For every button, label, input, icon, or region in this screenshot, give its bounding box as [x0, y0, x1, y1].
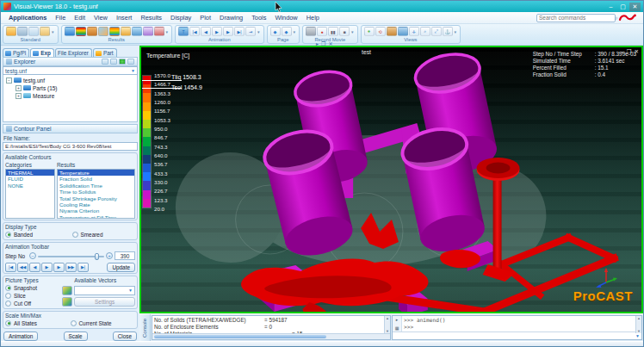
record-overflow-icon[interactable]: ▾: [351, 29, 354, 34]
export-anim-icon[interactable]: ⇥: [245, 27, 256, 36]
menu-edit[interactable]: Edit: [70, 14, 90, 22]
stop-icon[interactable]: ■: [339, 27, 350, 36]
go-first-button[interactable]: |◀: [5, 263, 16, 272]
next-page-icon[interactable]: ◆: [282, 27, 292, 36]
result-item[interactable]: Cooling Rate: [58, 201, 134, 208]
zoom-box-icon[interactable]: ⤢: [431, 27, 442, 36]
record-icon[interactable]: ●: [317, 27, 327, 36]
category-item[interactable]: FLUID: [6, 176, 54, 182]
graphics-viewport[interactable]: test Temperature [C] – ❐ ✕: [139, 46, 643, 313]
pin-icon[interactable]: ▸: [316, 40, 319, 46]
radio-current-state[interactable]: Current State: [71, 319, 136, 327]
menu-view[interactable]: View: [90, 14, 112, 22]
step-value-field[interactable]: 390: [115, 251, 135, 260]
slider-thumb[interactable]: [95, 253, 99, 260]
result-item[interactable]: Solidification Time: [58, 183, 134, 189]
filter-icon[interactable]: [154, 27, 164, 36]
move-icon[interactable]: ✛: [409, 27, 419, 36]
contour-icon[interactable]: [76, 27, 86, 36]
step-increment-button[interactable]: +: [106, 252, 113, 259]
prev-page-icon[interactable]: ◆: [270, 27, 281, 36]
menu-help[interactable]: Help: [302, 14, 324, 22]
pause-icon[interactable]: ▮▮: [328, 27, 338, 36]
close-panel-icon[interactable]: ✕: [328, 40, 332, 46]
open-icon[interactable]: [6, 27, 16, 36]
vectors-combo[interactable]: ▼: [74, 286, 135, 295]
paste-icon[interactable]: [40, 27, 50, 36]
step-slider[interactable]: [38, 252, 104, 260]
import-icon[interactable]: [17, 27, 28, 36]
menu-drawing[interactable]: Drawing: [215, 14, 247, 22]
new-plot-icon[interactable]: [65, 27, 75, 36]
radio-snapshot[interactable]: Snapshot: [5, 284, 60, 292]
results-overflow-icon[interactable]: ▾: [166, 29, 169, 34]
copy-icon[interactable]: [28, 27, 39, 36]
result-item[interactable]: Niyama Criterion: [58, 208, 134, 214]
tools-icon[interactable]: [143, 27, 153, 36]
film-icon[interactable]: [306, 27, 316, 36]
search-input[interactable]: [539, 15, 615, 21]
sort-tree-icon[interactable]: [110, 59, 117, 65]
result-item[interactable]: Time to Solidus: [58, 189, 134, 195]
category-item[interactable]: THERMAL: [6, 170, 54, 176]
tree-item-root[interactable]: − testg.unf: [6, 77, 137, 84]
last-frame-icon[interactable]: ▶|: [234, 27, 245, 36]
tab-file-explorer[interactable]: File Explorer: [55, 48, 92, 57]
fast-back-button[interactable]: ◀◀: [17, 263, 28, 272]
expand-icon[interactable]: +: [15, 85, 22, 91]
radio-slice[interactable]: Slice: [5, 292, 60, 300]
console-vertical-scrollbar[interactable]: ▲▼: [635, 316, 641, 333]
menu-insert[interactable]: Insert: [112, 14, 136, 22]
messages-pane[interactable]: No. of Solids (TETRA/HEXA/WEDGE)= 594187…: [152, 315, 391, 340]
messages-horizontal-scrollbar[interactable]: [152, 333, 390, 339]
menu-plot[interactable]: Plot: [195, 14, 215, 22]
animation-overflow-icon[interactable]: ▾: [257, 29, 260, 34]
menu-file[interactable]: File: [51, 14, 70, 22]
cutoff-tool-icon[interactable]: [62, 297, 72, 307]
radio-all-states[interactable]: All States: [5, 319, 71, 327]
axis-icon[interactable]: ⚹: [364, 27, 375, 36]
settings-button[interactable]: Settings: [74, 297, 135, 307]
pan-icon[interactable]: [398, 27, 408, 36]
search-commands-box[interactable]: ⌕: [536, 14, 616, 22]
refresh-icon[interactable]: [119, 59, 126, 65]
result-item[interactable]: Temperature: [58, 170, 134, 176]
tree-item-measure[interactable]: + Measure: [6, 92, 137, 100]
console-input[interactable]: ▼: [393, 332, 641, 339]
play-icon[interactable]: ▶: [212, 27, 222, 36]
zoom-icon[interactable]: ⌕: [420, 27, 430, 36]
tree-item-parts[interactable]: + Parts (15): [6, 84, 137, 92]
rotate-icon[interactable]: ⟲: [375, 27, 386, 36]
radio-smeared[interactable]: Smeared: [72, 231, 136, 239]
radio-banded[interactable]: Banded: [5, 231, 69, 239]
anchor-icon[interactable]: ⚓: [443, 27, 453, 36]
notes-icon[interactable]: [127, 59, 134, 65]
menu-display[interactable]: Display: [166, 14, 195, 22]
console-tab[interactable]: Console: [139, 314, 151, 341]
fast-forward-button[interactable]: ▶▶: [65, 263, 77, 272]
menu-tools[interactable]: Tools: [247, 14, 270, 22]
scale-button[interactable]: Scale: [64, 332, 88, 341]
slice-tool-icon[interactable]: [62, 286, 72, 295]
page-overflow-icon[interactable]: ▾: [294, 29, 296, 34]
result-item[interactable]: Temperature at Fill Time: [58, 214, 134, 219]
category-item[interactable]: NONE: [6, 183, 54, 189]
probe-icon[interactable]: [132, 27, 142, 36]
step-decrement-button[interactable]: −: [29, 252, 36, 259]
legend-icon[interactable]: [109, 27, 120, 36]
prev-frame-icon[interactable]: ◀: [201, 27, 211, 36]
close-button[interactable]: ✕: [629, 3, 641, 11]
minimize-button[interactable]: –: [605, 3, 616, 11]
maximize-button[interactable]: ▢: [617, 3, 629, 11]
next-frame-icon[interactable]: ▶: [223, 27, 233, 36]
python-console[interactable]: ▸▦ >>> animend() >>> ▼ ▲▼: [392, 315, 642, 340]
step-forward-button[interactable]: ▶: [53, 263, 65, 272]
menu-window[interactable]: Window: [270, 14, 301, 22]
radio-cutoff[interactable]: Cut Off: [5, 300, 60, 307]
standard-overflow-icon[interactable]: ▾: [52, 29, 54, 34]
result-item[interactable]: Total Shrinkage Porosity: [58, 195, 134, 201]
spin-icon[interactable]: [387, 27, 397, 36]
tab-part[interactable]: Part: [93, 48, 117, 57]
tab-pgpl[interactable]: Pg/Pl: [3, 48, 29, 57]
file-name-field[interactable]: E:/Installs/ESI/Test/Body CG 3-600 Rev08…: [3, 142, 138, 151]
